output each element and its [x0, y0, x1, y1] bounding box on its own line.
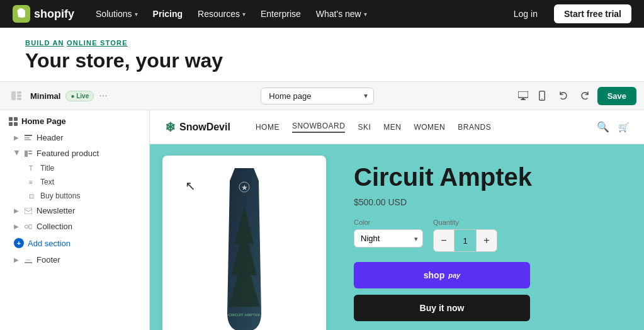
- svg-rect-9: [9, 117, 13, 121]
- sidebar-item-label: Footer: [37, 255, 60, 265]
- sidebar-item-label: Newsletter: [37, 206, 75, 215]
- footer-icon: [24, 256, 33, 265]
- store-product-details: Circuit Amptek $500.00 USD Color Night D…: [339, 144, 644, 330]
- nav-item-resources[interactable]: Resources ▾: [191, 5, 252, 23]
- nav-items: Solutions ▾ Pricing Resources ▾ Enterpri…: [89, 5, 492, 23]
- svg-rect-15: [25, 139, 31, 140]
- view-mode-group: [514, 87, 551, 105]
- save-button[interactable]: Save: [597, 87, 636, 105]
- svg-rect-23: [26, 259, 31, 261]
- shop-pay-label: shop: [424, 270, 444, 280]
- page-select[interactable]: Home page About Contact: [261, 88, 374, 105]
- sidebar-item-header[interactable]: ▶ Header: [0, 130, 149, 145]
- editor-toolbar: Minimal ● Live ··· Home page About Conta…: [0, 81, 644, 110]
- svg-rect-0: [11, 91, 16, 100]
- cursor-icon: ↖: [185, 178, 196, 193]
- nav-item-whatsnew[interactable]: What's new ▾: [310, 5, 373, 23]
- preview-frame: ❄ SnowDevil HOME SNOWBOARD SKI MEN WOMEN…: [150, 110, 644, 330]
- chevron-down-icon: ▾: [364, 11, 367, 18]
- start-trial-button[interactable]: Start free trial: [554, 4, 631, 23]
- toolbar-center: Home page About Contact: [126, 88, 509, 105]
- shopify-logo-text: shopify: [34, 8, 74, 21]
- more-options-button[interactable]: ···: [99, 90, 107, 101]
- login-button[interactable]: Log in: [507, 5, 544, 23]
- color-select[interactable]: Night Dawn Dusk: [354, 229, 423, 248]
- desktop-view-button[interactable]: [514, 87, 532, 105]
- sidebar-item-newsletter[interactable]: ▶ Newsletter: [0, 203, 149, 219]
- svg-rect-4: [518, 91, 528, 98]
- snowboard-image: ★ CIRCUIT AMPTEK: [216, 168, 273, 330]
- color-select-wrapper: Night Dawn Dusk: [354, 229, 423, 248]
- redo-button[interactable]: [576, 87, 594, 105]
- add-section-button[interactable]: + Add section: [0, 234, 149, 252]
- sidebar-item-label: Featured product: [37, 149, 99, 158]
- build-label: BUILD AN ONLINE STORE: [25, 39, 619, 47]
- sidebar-section-title: Home Page: [0, 110, 149, 130]
- svg-rect-14: [25, 137, 30, 139]
- add-section-label: Add section: [28, 239, 71, 248]
- svg-rect-22: [25, 262, 32, 263]
- sidebar-subitem-label: Title: [40, 164, 54, 173]
- svg-rect-17: [28, 151, 32, 152]
- product-options: Color Night Dawn Dusk Quantity: [354, 219, 629, 252]
- store-nav-links: HOME SNOWBOARD SKI MEN WOMEN BRANDS: [256, 122, 597, 133]
- svg-rect-21: [29, 225, 32, 229]
- nav-item-pricing[interactable]: Pricing: [147, 5, 189, 23]
- shop-pay-logo: pay: [448, 271, 460, 279]
- sidebar-item-footer[interactable]: ▶ Footer: [0, 252, 149, 268]
- sidebar-subitem-title[interactable]: T Title: [0, 161, 149, 175]
- search-icon[interactable]: 🔍: [597, 121, 609, 133]
- shop-pay-button[interactable]: shop pay: [354, 262, 530, 288]
- quantity-increase-button[interactable]: +: [477, 230, 497, 251]
- svg-text:CIRCUIT AMPTEK: CIRCUIT AMPTEK: [228, 313, 261, 317]
- mobile-view-button[interactable]: [533, 87, 551, 105]
- sidebar: Home Page ▶ Header ▶ Featured product T …: [0, 110, 150, 330]
- color-label: Color: [354, 219, 423, 226]
- store-logo: ❄ SnowDevil: [165, 120, 230, 135]
- nav-item-solutions[interactable]: Solutions ▾: [89, 5, 144, 23]
- text-lines-icon: ≡: [29, 179, 37, 186]
- nav-right: Log in Start free trial: [507, 4, 631, 23]
- store-nav-women[interactable]: WOMEN: [414, 123, 445, 132]
- store-nav-men[interactable]: MEN: [383, 123, 401, 132]
- sidebar-subitem-buy-buttons[interactable]: ⊡ Buy buttons: [0, 189, 149, 203]
- svg-rect-13: [25, 135, 32, 136]
- svg-rect-2: [17, 94, 21, 97]
- sidebar-toggle-button[interactable]: [8, 87, 25, 105]
- svg-point-20: [25, 225, 28, 228]
- sidebar-item-featured-product[interactable]: ▶ Featured product: [0, 145, 149, 161]
- page-title: Your store, your way: [25, 49, 619, 72]
- store-nav-snowboard[interactable]: SNOWBOARD: [292, 122, 346, 133]
- undo-button[interactable]: [555, 87, 572, 105]
- shopify-logo[interactable]: shopify: [13, 5, 74, 23]
- store-nav-ski[interactable]: SKI: [358, 123, 371, 132]
- quantity-decrease-button[interactable]: −: [434, 230, 454, 251]
- cart-icon[interactable]: 🛒: [618, 122, 629, 132]
- svg-rect-16: [25, 151, 28, 157]
- grid-icon: [9, 117, 18, 126]
- page-header: BUILD AN ONLINE STORE Your store, your w…: [0, 28, 644, 81]
- svg-rect-1: [17, 91, 21, 94]
- editor-main: Home Page ▶ Header ▶ Featured product T …: [0, 110, 644, 330]
- store-product-image-area: ↖: [150, 144, 339, 330]
- buy-now-button[interactable]: Buy it now: [354, 295, 530, 321]
- chevron-down-icon: ▾: [242, 11, 246, 18]
- expand-arrow-icon: ▶: [14, 256, 20, 263]
- product-price: $500.00 USD: [354, 197, 629, 207]
- featured-product-icon: [24, 149, 33, 158]
- sidebar-subitem-text[interactable]: ≡ Text: [0, 175, 149, 189]
- plus-icon: +: [14, 238, 24, 248]
- store-logo-text: SnowDevil: [179, 122, 230, 133]
- expand-arrow-icon: ▶: [14, 207, 20, 214]
- product-image-card: ↖: [162, 156, 326, 330]
- nav-item-enterprise[interactable]: Enterprise: [254, 5, 307, 23]
- svg-text:★: ★: [241, 183, 248, 192]
- chevron-down-icon: ▾: [135, 11, 138, 18]
- collection-icon: [24, 222, 33, 231]
- sidebar-subitem-label: Text: [40, 178, 54, 186]
- shopify-logo-icon: [13, 5, 30, 23]
- store-nav-brands[interactable]: BRANDS: [458, 123, 491, 132]
- sidebar-item-collection[interactable]: ▶ Collection: [0, 219, 149, 234]
- store-nav-icons: 🔍 🛒: [597, 121, 629, 133]
- store-nav-home[interactable]: HOME: [256, 123, 280, 132]
